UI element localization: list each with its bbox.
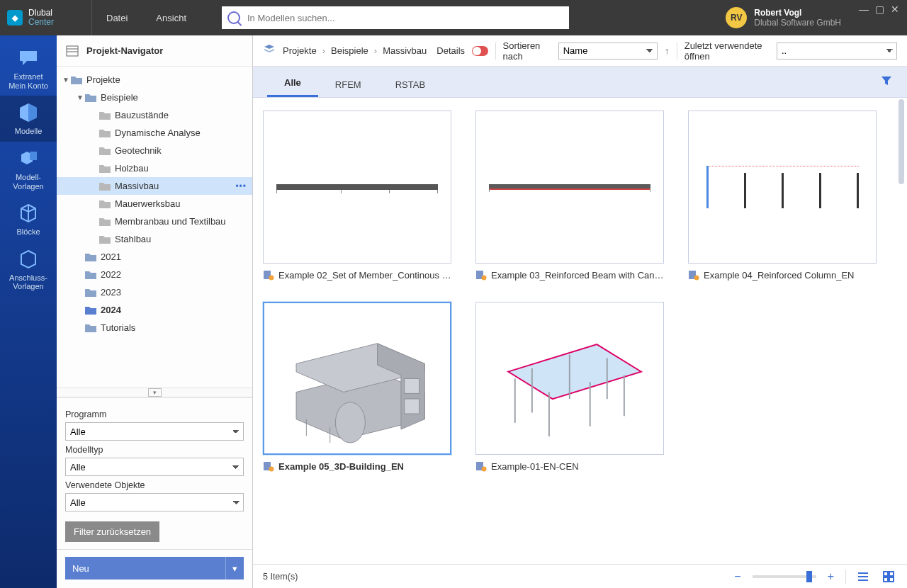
breadcrumb: Projekte › Beispiele › Massivbau (283, 45, 427, 56)
svg-point-12 (335, 402, 365, 442)
collapse-handle[interactable]: ▾ (57, 388, 252, 397)
filter-program[interactable]: Alle (65, 422, 244, 441)
window-close[interactable]: ✕ (890, 4, 900, 14)
tree-2021[interactable]: 2021 (57, 248, 252, 266)
tree-massivbau[interactable]: Massivbau••• (57, 177, 252, 195)
tree-2023[interactable]: 2023 (57, 283, 252, 301)
new-button-label: Neu (65, 563, 225, 574)
model-icon (475, 269, 487, 281)
tab-rstab[interactable]: RSTAB (378, 72, 442, 97)
user-name: Robert Vogl (754, 8, 841, 18)
tree-membran[interactable]: Membranbau und Textilbau (57, 213, 252, 230)
model-name: Example 04_Reinforced Column_EN (704, 270, 854, 281)
list-view-button[interactable] (855, 568, 872, 585)
rail-label: Modelle (1, 127, 55, 136)
tree-beispiele[interactable]: ▼Beispiele (57, 89, 252, 106)
logo-icon: ◆ (7, 10, 23, 26)
model-thumbnail[interactable] (688, 111, 877, 264)
filter-objects[interactable]: Alle (65, 493, 244, 511)
model-thumbnail[interactable] (475, 302, 664, 455)
svg-rect-32 (889, 577, 894, 582)
rail-templates[interactable]: Modell- Vorlagen (0, 142, 57, 196)
chevron-right-icon: › (322, 45, 325, 56)
model-name: Example 02_Set of Member_Continous Rein.… (278, 270, 451, 281)
chat-icon (17, 47, 40, 69)
tree-projekte[interactable]: ▼Projekte (57, 71, 252, 89)
navigator-title: Projekt-Navigator (86, 45, 163, 56)
filter-label-objects: Verwendete Objekte (65, 480, 244, 490)
tree-dynamische[interactable]: Dynamische Analyse (57, 124, 252, 142)
tree-holzbau[interactable]: Holzbau (57, 159, 252, 177)
grid-view-button[interactable] (880, 568, 897, 585)
tree-tutorials[interactable]: Tutorials (57, 319, 252, 337)
reset-filter-button[interactable]: Filter zurücksetzen (65, 521, 159, 542)
rail-models[interactable]: Modelle (0, 96, 57, 142)
rail-connections[interactable]: Anschluss- Vorlagen (0, 242, 57, 297)
window-maximize[interactable]: ▢ (874, 4, 884, 14)
rail-blocks[interactable]: Blöcke (0, 196, 57, 242)
more-icon[interactable]: ••• (235, 181, 247, 191)
model-name: Example 05_3D-Building_EN (278, 461, 404, 472)
model-card[interactable]: Example-01-EN-CEN (475, 302, 664, 472)
zoom-slider[interactable] (753, 575, 816, 578)
model-icon (475, 460, 487, 472)
filter-icon[interactable] (880, 74, 893, 89)
model-icon (263, 269, 274, 281)
user-box[interactable]: RV Robert VoglDlubal Software GmbH (726, 7, 852, 28)
tree-stahlbau[interactable]: Stahlbau (57, 230, 252, 248)
model-thumbnail[interactable] (475, 111, 664, 264)
model-card[interactable]: Example 04_Reinforced Column_EN (688, 111, 877, 281)
sort-select[interactable]: Name (558, 43, 658, 60)
scrollbar[interactable] (898, 98, 906, 564)
model-grid: Example 02_Set of Member_Continous Rein.… (263, 111, 901, 472)
tree-2022[interactable]: 2022 (57, 266, 252, 283)
rail-label: Blöcke (1, 227, 55, 237)
app-logo: ◆ DlubalCenter (0, 0, 92, 35)
tree-mauerwerk[interactable]: Mauerwerksbau (57, 195, 252, 213)
menu-view[interactable]: Ansicht (142, 0, 201, 35)
zoom-in-button[interactable]: + (825, 570, 837, 583)
svg-rect-11 (405, 399, 419, 414)
svg-point-9 (694, 276, 699, 281)
avatar: RV (726, 7, 747, 28)
model-thumbnail[interactable] (263, 302, 451, 455)
tab-rfem[interactable]: RFEM (318, 72, 378, 97)
recent-select[interactable]: .. (777, 43, 897, 60)
tree-2024[interactable]: 2024 (57, 301, 252, 319)
breadcrumb-massivbau[interactable]: Massivbau (383, 45, 427, 56)
sort-direction-button[interactable]: ↑ (665, 45, 670, 57)
svg-rect-10 (405, 378, 419, 393)
filter-modeltype[interactable]: Alle (65, 458, 244, 476)
search-input[interactable] (247, 13, 563, 23)
rail-extranet[interactable]: Extranet Mein Konto (0, 41, 57, 96)
details-toggle[interactable] (472, 46, 488, 56)
model-thumbnail[interactable] (263, 111, 451, 264)
window-minimize[interactable]: — (859, 4, 869, 14)
cubes-icon (17, 147, 40, 170)
breadcrumb-beispiele[interactable]: Beispiele (331, 45, 368, 56)
zoom-out-button[interactable]: − (731, 570, 743, 583)
model-card[interactable]: Example 05_3D-Building_EN (263, 302, 451, 472)
svg-point-16 (269, 467, 274, 472)
svg-point-5 (269, 276, 274, 281)
rail-label: Extranet Mein Konto (1, 72, 55, 90)
chevron-down-icon[interactable]: ▾ (225, 557, 244, 579)
chevron-right-icon: › (374, 45, 377, 56)
menu-file[interactable]: Datei (92, 0, 142, 35)
new-button[interactable]: Neu ▾ (65, 557, 244, 579)
navigator-panel: Projekt-Navigator ▼Projekte ▼Beispiele B… (57, 35, 253, 588)
svg-rect-31 (884, 577, 888, 582)
breadcrumb-projekte[interactable]: Projekte (283, 45, 317, 56)
search-box[interactable] (222, 6, 569, 29)
item-count: 5 Item(s) (263, 572, 298, 582)
model-card[interactable]: Example 03_Reinforced Beam with Cantilev… (475, 111, 664, 281)
project-tree: ▼Projekte ▼Beispiele Bauzustände Dynamis… (57, 67, 252, 388)
model-card[interactable]: Example 02_Set of Member_Continous Rein.… (263, 111, 451, 281)
model-name: Example 03_Reinforced Beam with Cantilev… (491, 270, 664, 281)
tab-all[interactable]: Alle (267, 70, 318, 97)
tree-bauzustaende[interactable]: Bauzustände (57, 106, 252, 124)
svg-rect-1 (67, 46, 78, 56)
stack-icon (263, 43, 276, 58)
svg-rect-29 (884, 572, 888, 576)
tree-geotechnik[interactable]: Geotechnik (57, 142, 252, 159)
